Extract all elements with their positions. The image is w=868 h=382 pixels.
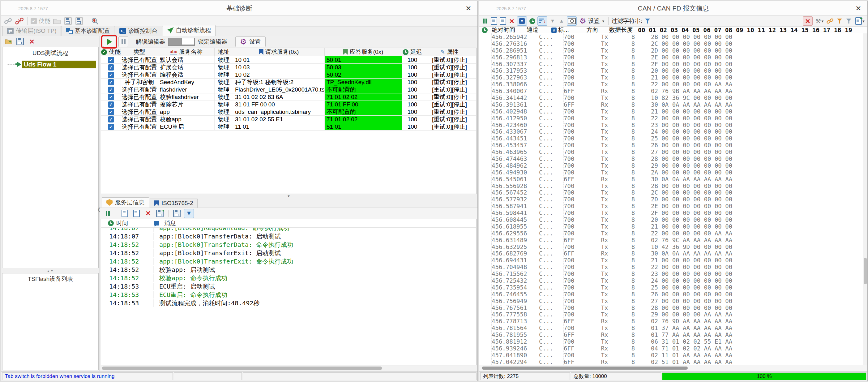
remove-filter-icon[interactable] xyxy=(845,17,853,25)
service-row[interactable]: 选择已有配置 flashdriver 物理 FlashDriver_LE05_0… xyxy=(101,86,476,93)
can-frame-row[interactable]: 456.327963 C... 700 Tx 8 21 00 00 00 00 … xyxy=(479,74,863,81)
tab-iso15765[interactable]: ISO15765-2 xyxy=(150,199,197,208)
service-row[interactable]: 选择已有配置 ECU重启 物理 11 01 51 01 100 [重试:0][停… xyxy=(101,123,476,130)
can-frame-row[interactable]: 456.694431 C... 700 Tx 8 21 00 00 00 00 … xyxy=(479,257,863,264)
can-frame-row[interactable]: 456.777558 C... 700 Tx 8 29 00 00 00 00 … xyxy=(479,311,863,318)
can-frame-row[interactable]: 456.545061 C... 6FF Rx 8 30 0A 0A AA AA … xyxy=(479,176,863,182)
log-row[interactable]: 14:18:52 app:[Block0]TransferData: 命令执行成… xyxy=(101,241,476,249)
enable-checkbox[interactable]: ✓ xyxy=(31,18,37,24)
tab-service-layer-info[interactable]: 服务层信息 xyxy=(102,197,149,208)
log-row[interactable]: 14:18:52 校验app: 命令执行成功 xyxy=(101,274,476,283)
can-frame-row[interactable]: 456.484962 C... 700 Tx 8 29 00 00 00 00 … xyxy=(479,162,863,169)
can-frame-row[interactable]: 456.746455 C... 700 Tx 8 26 00 00 00 00 … xyxy=(479,291,863,298)
tab-diagnostic-console[interactable]: >_ 诊断控制台 xyxy=(115,26,162,36)
add-flow-icon[interactable]: + xyxy=(4,37,13,46)
log-horizontal-scrollbar[interactable] xyxy=(101,365,476,371)
can-frame-row[interactable]: 456.341442 C... 700 Tx 8 10 82 36 9C 00 … xyxy=(479,94,863,101)
can-copy-icon[interactable] xyxy=(490,17,498,25)
can-frame-row[interactable]: 456.704948 C... 700 Tx 8 22 00 00 00 00 … xyxy=(479,264,863,270)
can-frame-row[interactable]: 456.629556 C... 700 Tx 8 22 00 00 00 00 … xyxy=(479,230,863,237)
service-enabled-checkbox[interactable] xyxy=(108,72,114,78)
can-frame-row[interactable]: 456.402948 C... 700 Tx 8 21 00 00 00 00 … xyxy=(479,108,863,115)
tree-item-uds-flow[interactable]: Uds Flow 1 xyxy=(2,60,98,69)
can-frame-row[interactable]: 456.618955 C... 700 Tx 8 21 00 00 00 00 … xyxy=(479,223,863,230)
flow-settings-button[interactable]: ⚙ 设置 xyxy=(235,36,266,47)
can-frame-row[interactable]: 456.412950 C... 700 Tx 8 22 00 00 00 00 … xyxy=(479,115,863,122)
clear-log-icon[interactable]: ✕ xyxy=(144,209,153,218)
copy-all-icon[interactable] xyxy=(132,209,141,218)
debug-search-icon[interactable] xyxy=(90,17,100,25)
log-row[interactable]: 14:18:53 ECU重启: 命令执行成功 xyxy=(101,291,476,299)
service-enabled-checkbox[interactable] xyxy=(108,57,114,63)
can-pause-icon[interactable] xyxy=(481,17,489,25)
can-frame-row[interactable]: 456.317953 C... 700 Tx 8 20 00 00 00 00 … xyxy=(479,67,863,74)
log-row[interactable]: 14:18:07 app:[Block0]ReqDownload: 命令执行成功 xyxy=(101,228,476,232)
can-frame-row[interactable]: 456.778713 C... 6FF Rx 8 02 76 9D AA AA … xyxy=(479,318,863,324)
can-frame-row[interactable]: 456.265942 C... 700 Tx 8 2B 00 00 00 00 … xyxy=(479,33,863,40)
clear-all-icon[interactable]: ✕ xyxy=(803,17,813,26)
disconnect-icon[interactable] xyxy=(15,17,24,25)
can-frame-row[interactable]: 456.474463 C... 700 Tx 8 28 00 00 00 00 … xyxy=(479,155,863,162)
service-enabled-checkbox[interactable] xyxy=(108,79,114,85)
can-frame-row[interactable]: 456.756949 C... 700 Tx 8 27 00 00 00 00 … xyxy=(479,298,863,304)
service-enabled-checkbox[interactable] xyxy=(108,87,114,93)
can-settings-button[interactable]: ⚙ 设置 ▾ xyxy=(578,17,606,25)
tab-basic-diagnostic-config[interactable]: 基本诊断配置 xyxy=(62,26,115,36)
can-frame-row[interactable]: 456.443451 C... 700 Tx 8 25 00 00 00 00 … xyxy=(479,135,863,142)
autoscroll-icon[interactable]: ▼ xyxy=(517,17,527,26)
link-window-icon[interactable] xyxy=(826,17,834,25)
service-row[interactable]: 选择已有配置 编程会话 物理 10 02 50 02 100 [重试:0][停止… xyxy=(101,71,476,79)
service-enabled-checkbox[interactable] xyxy=(108,94,114,100)
tools-wrench-icon[interactable]: ⚒▾ xyxy=(814,17,825,25)
tree-device-splitter[interactable]: ▴ ▾ xyxy=(1,268,100,273)
save-as-icon[interactable] xyxy=(74,17,84,25)
can-frame-row[interactable]: 456.463965 C... 700 Tx 8 27 00 00 00 00 … xyxy=(479,148,863,155)
scroll-down-icon[interactable]: ▼ xyxy=(549,17,556,25)
run-flow-button[interactable] xyxy=(103,36,115,47)
service-row[interactable]: 选择已有配置 扩展会话 物理 10 03 50 03 100 [重试:0][停止… xyxy=(101,64,476,71)
service-row[interactable]: 选择已有配置 默认会话 物理 10 01 50 01 100 [重试:0][停止… xyxy=(101,56,476,64)
log-row[interactable]: 14:18:52 app:[Block0]TransferExit: 启动测试 xyxy=(101,249,476,257)
can-frame-row[interactable]: 457.042294 C... 6FF Rx 8 02 51 01 AA AA … xyxy=(479,358,863,365)
service-enabled-checkbox[interactable] xyxy=(108,116,114,122)
can-frame-row[interactable]: 456.296813 C... 700 Tx 8 2E 00 00 00 00 … xyxy=(479,54,863,61)
table-log-splitter[interactable]: ▼ xyxy=(100,194,477,198)
can-frame-row[interactable]: 456.567452 C... 700 Tx 8 2C 00 00 00 00 … xyxy=(479,189,863,196)
can-frame-row[interactable]: 456.881912 C... 700 Tx 8 06 31 01 02 02 … xyxy=(479,338,863,345)
save-icon[interactable] xyxy=(63,17,73,25)
can-frame-row[interactable]: 456.598441 C... 700 Tx 8 2F 00 00 00 00 … xyxy=(479,209,863,216)
scrollbar-thumb[interactable] xyxy=(864,258,867,284)
service-row[interactable]: 选择已有配置 校验app 物理 31 01 02 02 55 E1 71 01 … xyxy=(101,116,476,123)
can-frame-row[interactable]: 457.041890 C... 700 Tx 8 02 11 01 AA AA … xyxy=(479,352,863,358)
scroll-to-bottom-icon[interactable]: ▼ xyxy=(184,209,194,218)
can-frame-row[interactable]: 456.715562 C... 700 Tx 8 23 00 00 00 00 … xyxy=(479,270,863,277)
export-data-icon[interactable]: ➜▾ xyxy=(855,17,866,25)
service-row[interactable]: 选择已有配置 app 物理 uds_can_application.tsbina… xyxy=(101,108,476,116)
can-frame-row[interactable]: 456.608445 C... 700 Tx 8 20 00 00 00 00 … xyxy=(479,216,863,223)
export-log-icon[interactable]: ➜ xyxy=(155,209,164,218)
import-flow-icon[interactable] xyxy=(16,37,25,46)
can-horizontal-scrollbar[interactable] xyxy=(479,365,867,371)
can-frame-row[interactable]: 456.939246 C... 6FF Rx 8 04 71 01 02 02 … xyxy=(479,345,863,352)
open-config-icon[interactable] xyxy=(52,17,62,25)
scrollbar-thumb[interactable] xyxy=(102,366,382,370)
can-frame-row[interactable]: 456.577932 C... 700 Tx 8 2D 00 00 00 00 … xyxy=(479,196,863,203)
can-frame-row[interactable]: 456.781564 C... 700 Tx 8 01 37 AA AA AA … xyxy=(479,324,863,331)
service-enabled-checkbox[interactable] xyxy=(108,124,114,130)
log-row[interactable]: 14:18:53 测试流程完成，消耗时间:48.492秒 xyxy=(101,299,476,307)
can-frame-row[interactable]: 456.340007 C... 6FF Rx 8 02 76 9B AA AA … xyxy=(479,88,863,94)
can-copy-special-icon[interactable] xyxy=(499,17,506,25)
delete-flow-icon[interactable]: ✕ xyxy=(27,37,36,46)
can-frame-row[interactable]: 456.433067 C... 700 Tx 8 24 00 00 00 00 … xyxy=(479,128,863,135)
can-clear-icon[interactable]: ✕ xyxy=(508,17,516,25)
can-vertical-scrollbar[interactable] xyxy=(863,33,867,365)
can-frame-row[interactable]: 456.307337 C... 700 Tx 8 2F 00 00 00 00 … xyxy=(479,61,863,67)
can-frame-row[interactable]: 456.338066 C... 700 Tx 8 22 00 00 00 00 … xyxy=(479,81,863,88)
snapshot-camera-icon[interactable] xyxy=(567,17,577,26)
log-row[interactable]: 14:18:52 app:[Block0]TransferExit: 命令执行成… xyxy=(101,257,476,266)
log-row[interactable]: 14:18:53 ECU重启: 启动测试 xyxy=(101,283,476,291)
log-row[interactable]: 14:18:07 app:[Block0]TransferData: 启动测试 xyxy=(101,232,476,241)
can-frame-row[interactable]: 456.453457 C... 700 Tx 8 26 00 00 00 00 … xyxy=(479,142,863,148)
service-row[interactable]: 选择已有配置 擦除芯片 物理 31 01 FF 00 00 71 01 FF 0… xyxy=(101,101,476,108)
tab-auto-diagnostic-flow[interactable]: 自动诊断流程 xyxy=(163,25,216,36)
